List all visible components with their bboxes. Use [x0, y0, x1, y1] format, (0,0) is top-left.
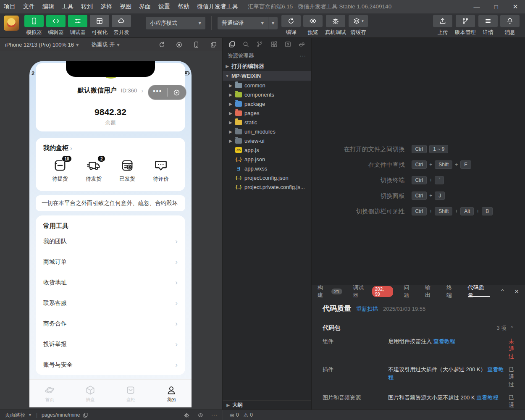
- cabinet-item-待提货[interactable]: 10待提货: [43, 158, 77, 183]
- cabinet-item-待发货[interactable]: 2待发货: [77, 158, 110, 183]
- phone-tab-首页[interactable]: 首页: [29, 385, 70, 403]
- panel-tabs: 构建21调试器202, 99问题输出终端代码质量⌃✕: [312, 285, 525, 298]
- page-path-label[interactable]: 页面路径: [5, 412, 25, 419]
- 详情-button[interactable]: 详情: [478, 15, 498, 36]
- 调试器-button[interactable]: 调试器: [68, 15, 87, 36]
- 真机调试-button[interactable]: 真机调试: [325, 15, 346, 36]
- debug-icon[interactable]: [184, 412, 190, 418]
- phone-tab-盒柜[interactable]: 盒柜: [110, 385, 151, 403]
- warning-counter[interactable]: ⚠ 0: [244, 412, 253, 418]
- search-icon[interactable]: [242, 41, 249, 48]
- more-menu-button[interactable]: •••: [148, 89, 167, 96]
- close-mini-program-button[interactable]: [168, 89, 186, 97]
- eye-icon[interactable]: [197, 412, 204, 418]
- rescan-link[interactable]: 重新扫描: [356, 305, 378, 313]
- tree-item-components[interactable]: ▶components: [223, 90, 311, 99]
- npm-icon[interactable]: [284, 41, 291, 48]
- menu-4[interactable]: 工具: [58, 3, 77, 10]
- tool-row-我的团队[interactable]: 我的团队›: [43, 231, 178, 252]
- group-collapse[interactable]: 3 项⌃: [497, 325, 514, 332]
- tree-item-common[interactable]: ▶common: [223, 81, 311, 90]
- cabinet-header[interactable]: 我的盒柜 ›: [43, 144, 178, 152]
- compile-select[interactable]: 普通编译▾: [218, 17, 268, 29]
- phone-tab-抽盒[interactable]: 抽盒: [70, 385, 111, 403]
- more-actions-icon[interactable]: ···: [300, 53, 307, 59]
- tree-item-pages[interactable]: ▶pages: [223, 108, 311, 118]
- close-button[interactable]: ✕: [506, 0, 525, 13]
- panel-tab-代码质量[interactable]: 代码质量: [468, 285, 490, 298]
- 上传-button[interactable]: 上传: [433, 15, 452, 36]
- 清缓存-button[interactable]: ▾清缓存: [349, 15, 368, 36]
- hot-reload-toggle[interactable]: 热重载 开▾: [92, 41, 120, 48]
- mode-select[interactable]: 小程序模式▾: [146, 17, 205, 29]
- tool-row-投诉举报[interactable]: 投诉举报›: [43, 334, 178, 354]
- tutorial-link[interactable]: 查看教程: [433, 338, 455, 344]
- tree-item-package[interactable]: ▶package: [223, 99, 311, 108]
- menu-3[interactable]: 编辑: [39, 3, 58, 10]
- tree-item-app.js[interactable]: JSapp.js: [223, 145, 311, 155]
- tutorial-link[interactable]: 查看教程: [388, 366, 504, 381]
- tree-item-project.config.json[interactable]: {..}project.config.json: [223, 173, 311, 182]
- 消息-button[interactable]: 消息: [500, 15, 520, 36]
- cabinet-item-待评价[interactable]: 待评价: [144, 158, 178, 183]
- git-branch-icon[interactable]: [256, 41, 263, 48]
- menu-8[interactable]: 界面: [135, 3, 155, 10]
- minimize-button[interactable]: —: [467, 0, 486, 13]
- tree-item-project.private.config.js...[interactable]: {..}project.private.config.js...: [223, 182, 311, 192]
- docker-whale-icon[interactable]: [298, 41, 305, 48]
- device-select[interactable]: iPhone 12/13 (Pro) 100% 16▾: [5, 42, 79, 48]
- copy-icon[interactable]: [83, 412, 88, 418]
- tree-item-uni_modules[interactable]: ▶uni_modules: [223, 127, 311, 136]
- compile-options-button[interactable]: ▾: [268, 17, 278, 29]
- outline-section[interactable]: ▶大纲: [223, 400, 311, 410]
- panel-tab-调试器[interactable]: 调试器202, 99: [353, 285, 393, 298]
- shortcut-keys: Ctrl1 ~ 9: [412, 145, 493, 153]
- tool-row-商城订单[interactable]: 商城订单›: [43, 252, 178, 272]
- panel-collapse-icon[interactable]: ⌃: [500, 288, 505, 295]
- files-icon[interactable]: [228, 41, 236, 48]
- user-id[interactable]: ID:360: [121, 87, 137, 94]
- maximize-button[interactable]: □: [486, 0, 506, 13]
- menu-6[interactable]: 选择: [97, 3, 116, 10]
- open-editors-section[interactable]: ▶打开的编辑器: [223, 61, 311, 71]
- extensions-icon[interactable]: [270, 41, 278, 48]
- panel-close-icon[interactable]: ✕: [514, 288, 519, 295]
- tool-row-联系客服[interactable]: 联系客服›: [43, 293, 178, 313]
- panel-tab-输出[interactable]: 输出: [425, 285, 436, 298]
- tool-row-收货地址[interactable]: 收货地址›: [43, 272, 178, 293]
- restart-icon[interactable]: [158, 41, 165, 48]
- tool-row-账号与安全[interactable]: 账号与安全›: [43, 354, 178, 375]
- 可视化-button[interactable]: 可视化: [90, 15, 109, 36]
- user-avatar[interactable]: [4, 16, 19, 31]
- 预览-button[interactable]: 预览: [303, 15, 323, 36]
- more-icon[interactable]: ···: [211, 412, 218, 418]
- menu-9[interactable]: 设置: [155, 3, 174, 10]
- tree-item-app.wxss[interactable]: Ǝapp.wxss: [223, 164, 311, 173]
- menu-5[interactable]: 转到: [77, 3, 97, 10]
- menu-11[interactable]: 微信开发者工具: [193, 3, 242, 10]
- menu-7[interactable]: 视图: [116, 3, 135, 10]
- record-icon[interactable]: [176, 41, 183, 48]
- menu-10[interactable]: 帮助: [174, 3, 193, 10]
- tree-item-app.json[interactable]: {..}app.json: [223, 155, 311, 164]
- 版本管理-button[interactable]: 版本管理: [455, 15, 476, 36]
- menu-1[interactable]: 项目: [0, 3, 19, 10]
- tutorial-link[interactable]: 查看教程: [476, 394, 498, 401]
- panel-tab-终端[interactable]: 终端: [446, 285, 457, 298]
- phone-tab-我的[interactable]: 我的: [151, 385, 192, 403]
- 云开发-button[interactable]: 云开发: [112, 15, 131, 36]
- tree-item-uview-ui[interactable]: ▶uview-ui: [223, 136, 311, 145]
- panel-tab-问题[interactable]: 问题: [404, 285, 415, 298]
- cabinet-item-已发货[interactable]: 已发货: [110, 158, 144, 183]
- device-frame-icon[interactable]: [193, 41, 200, 48]
- project-root-section[interactable]: ▼MP-WEIXIN: [223, 71, 311, 81]
- 编译-button[interactable]: 编译: [281, 15, 301, 36]
- 编辑器-button[interactable]: 编辑器: [46, 15, 66, 36]
- error-counter[interactable]: ⊗ 0: [230, 412, 239, 418]
- detach-window-icon[interactable]: [210, 41, 217, 48]
- menu-2[interactable]: 文件: [19, 3, 39, 10]
- tree-item-static[interactable]: ▶static: [223, 118, 311, 127]
- tool-row-商务合作[interactable]: 商务合作›: [43, 313, 178, 334]
- panel-tab-构建[interactable]: 构建21: [318, 285, 342, 298]
- 模拟器-button[interactable]: 模拟器: [24, 15, 44, 36]
